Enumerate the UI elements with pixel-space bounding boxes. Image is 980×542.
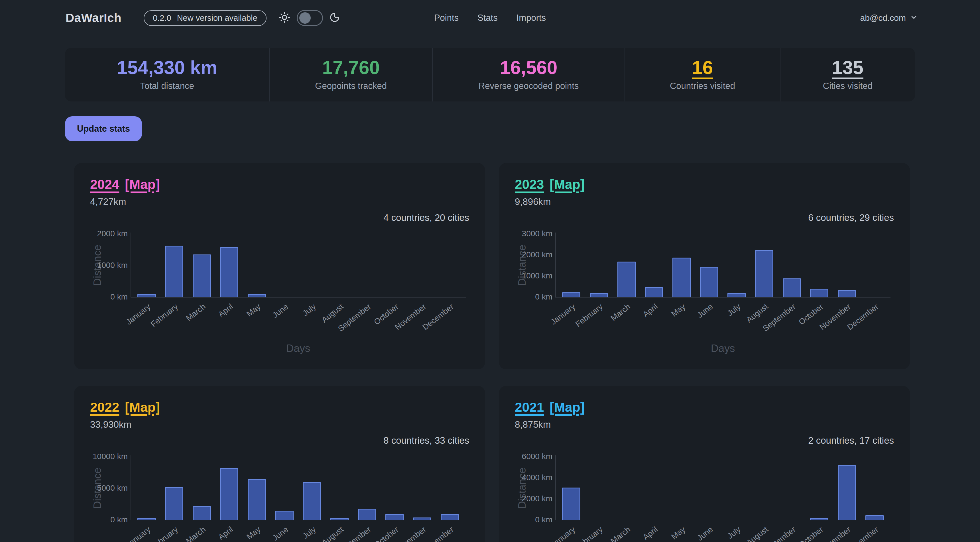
map-link-2021[interactable]: [Map]: [550, 399, 585, 415]
x-axis-label: May: [670, 525, 687, 542]
x-axis-label: July: [301, 525, 318, 541]
x-axis-title: Days: [286, 343, 310, 354]
app-logo: DaWarIch: [65, 11, 121, 25]
x-axis-label: February: [574, 525, 605, 542]
distance-by-month-chart-2024: Distance0 km1000 km2000 kmJanuaryFebruar…: [90, 234, 469, 354]
x-axis-label: April: [216, 525, 235, 542]
year-total-distance: 33,930km: [90, 419, 469, 430]
x-axis-label: August: [745, 525, 770, 542]
nav-imports[interactable]: Imports: [517, 13, 546, 23]
x-axis-label: May: [245, 302, 262, 319]
theme-toggle[interactable]: [297, 10, 323, 26]
x-axis-label: August: [745, 302, 770, 324]
theme-toggle-knob: [299, 12, 311, 24]
year-total-distance: 8,875km: [515, 419, 894, 430]
year-cards-grid: 2024 [Map] 4,727km 4 countries, 20 citie…: [74, 163, 906, 542]
year-summary: 4 countries, 20 cities: [90, 212, 469, 223]
user-email: ab@cd.com: [860, 13, 906, 23]
y-axis-tick: 1000 km: [515, 271, 552, 280]
year-card-2024: 2024 [Map] 4,727km 4 countries, 20 citie…: [74, 163, 485, 369]
user-menu[interactable]: ab@cd.com: [860, 13, 918, 23]
y-axis-tick: 3000 km: [515, 229, 552, 238]
card-links: 2023 [Map]: [515, 177, 894, 192]
bar-october: [810, 289, 828, 297]
x-axis-label: January: [549, 302, 577, 327]
bar-december: [441, 514, 459, 520]
stat-total-distance: 154,330 km Total distance: [65, 48, 269, 102]
y-axis-tick: 0 km: [90, 292, 128, 302]
y-axis-tick: 10000 km: [90, 452, 128, 461]
bar-september: [358, 509, 376, 520]
year-link-2022[interactable]: 2022: [90, 399, 119, 415]
x-axis-label: March: [609, 525, 632, 542]
bar-january: [562, 292, 581, 297]
x-axis-label: January: [549, 525, 577, 542]
y-axis-tick: 0 km: [515, 292, 552, 302]
x-axis-label: August: [320, 525, 345, 542]
bar-may: [673, 257, 690, 297]
version-number: 0.2.0: [153, 13, 171, 23]
x-axis-label: June: [695, 525, 715, 542]
y-axis-tick: 1000 km: [90, 261, 128, 270]
stat-geopoints: 17,760 Geopoints tracked: [269, 48, 432, 102]
app-header: DaWarIch 0.2.0 New version available Poi…: [0, 0, 980, 36]
theme-switcher: [278, 10, 340, 26]
year-summary: 8 countries, 33 cities: [90, 435, 469, 446]
version-badge[interactable]: 0.2.0 New version available: [144, 10, 267, 26]
y-axis-tick: 5000 km: [90, 483, 128, 493]
bar-april: [645, 287, 663, 297]
x-axis-label: July: [301, 302, 318, 318]
bar-september: [783, 278, 801, 297]
y-axis-tick: 4000 km: [515, 473, 552, 482]
map-link-2022[interactable]: [Map]: [125, 399, 160, 415]
year-link-2023[interactable]: 2023: [515, 177, 544, 192]
stat-label: Cities visited: [823, 81, 873, 91]
nav-points[interactable]: Points: [434, 13, 459, 23]
bar-april: [220, 247, 238, 297]
bar-february: [165, 246, 183, 297]
distance-by-month-chart-2022: Distance0 km5000 km10000 kmJanuaryFebrua…: [90, 456, 469, 542]
stat-label: Geopoints tracked: [315, 81, 387, 91]
card-links: 2022 [Map]: [90, 399, 469, 415]
bar-january: [137, 518, 156, 520]
x-axis-label: March: [184, 302, 207, 323]
main-nav: Points Stats Imports: [434, 13, 546, 23]
bar-april: [220, 468, 238, 520]
stat-label: Countries visited: [670, 81, 735, 91]
bar-october: [810, 518, 828, 520]
year-link-2021[interactable]: 2021: [515, 399, 544, 415]
x-axis-line: [555, 297, 891, 297]
stat-value: 17,760: [322, 58, 380, 77]
bar-july: [303, 482, 321, 520]
x-axis-label: April: [216, 302, 235, 319]
x-axis-label: June: [695, 302, 715, 320]
x-axis-label: March: [184, 525, 207, 542]
year-card-2021: 2021 [Map] 8,875km 2 countries, 17 citie…: [499, 386, 910, 542]
update-stats-button[interactable]: Update stats: [65, 116, 142, 141]
bar-november: [413, 518, 431, 520]
nav-stats[interactable]: Stats: [477, 13, 498, 23]
x-axis-title: Days: [711, 343, 735, 354]
bar-may: [248, 479, 266, 520]
bar-june: [275, 511, 294, 520]
x-axis-label: February: [149, 302, 180, 329]
cities-visited-link[interactable]: 135: [832, 58, 864, 77]
bar-july: [727, 293, 746, 297]
bar-june: [700, 267, 718, 297]
chevron-down-icon: [910, 13, 918, 22]
bar-november: [838, 290, 856, 297]
x-axis-label: February: [149, 525, 180, 542]
x-axis-label: June: [271, 525, 290, 542]
countries-visited-link[interactable]: 16: [692, 58, 713, 77]
map-link-2023[interactable]: [Map]: [550, 177, 585, 192]
year-link-2024[interactable]: 2024: [90, 177, 119, 192]
distance-by-month-chart-2023: Distance0 km1000 km2000 km3000 kmJanuary…: [515, 234, 894, 354]
stat-value: 16,560: [500, 58, 558, 77]
card-links: 2021 [Map]: [515, 399, 894, 415]
bar-january: [137, 294, 156, 297]
y-axis-tick: 2000 km: [90, 229, 128, 238]
x-axis-label: January: [124, 302, 152, 327]
y-axis-tick: 6000 km: [515, 452, 552, 461]
version-message: New version available: [177, 13, 258, 23]
map-link-2024[interactable]: [Map]: [125, 177, 160, 192]
